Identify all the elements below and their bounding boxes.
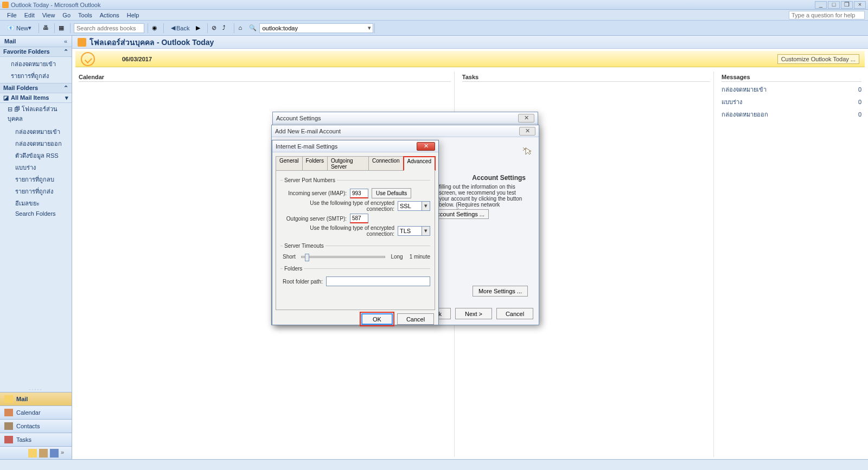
group-server-timeouts: Server Timeouts [283, 243, 326, 249]
customize-today-button[interactable]: Customize Outlook Today ... [777, 54, 859, 64]
window-minimize-button[interactable]: _ [815, 1, 827, 9]
more-settings-button[interactable]: More Settings ... [473, 286, 528, 297]
root-folder-input[interactable] [326, 276, 430, 286]
home-icon[interactable]: ⌂ [238, 24, 246, 33]
tab-advanced[interactable]: Advanced [403, 156, 436, 171]
dialog-close-button[interactable]: ✕ [518, 114, 534, 123]
print-icon[interactable]: 🖶 [42, 24, 51, 33]
menu-tools[interactable]: Tools [74, 11, 96, 20]
imap-encryption-select[interactable]: SSL▾ [398, 201, 430, 211]
mail-icon [4, 395, 13, 403]
window-restore-button[interactable]: ❐ [841, 1, 853, 9]
nav-grip[interactable]: ····· [0, 388, 72, 392]
cancel-button[interactable]: Cancel [397, 313, 434, 325]
menu-actions[interactable]: Actions [96, 11, 123, 20]
folder-item-inbox[interactable]: กล่องจดหมายเข้า [0, 126, 72, 138]
up-icon[interactable]: ⤴ [222, 24, 231, 33]
menu-help[interactable]: Help [123, 11, 143, 20]
configure-icon[interactable]: » [61, 449, 69, 458]
shortcuts-icon[interactable] [50, 449, 59, 458]
fav-folder-item[interactable]: กล่องจดหมายเข้า [0, 58, 72, 70]
next-button[interactable]: Next > [455, 308, 492, 319]
tab-outgoing-server[interactable]: Outgoing Server [327, 156, 369, 171]
dropdown-arrow-icon[interactable]: ▾ [422, 227, 430, 235]
smtp-encryption-label: Use the following type of encrypted conn… [283, 225, 394, 237]
nav-pane: Mail« Favorite Folders⌃ กล่องจดหมายเข้า … [0, 36, 72, 459]
tab-general[interactable]: General [276, 156, 303, 171]
imap-port-input[interactable] [350, 189, 368, 198]
notes-icon[interactable] [28, 449, 37, 458]
new-button[interactable]: 📧 New ▾ [3, 23, 35, 34]
dropdown-arrow-icon[interactable]: ▾ [422, 202, 430, 210]
menu-edit[interactable]: Edit [21, 11, 39, 20]
timeout-slider[interactable] [301, 256, 385, 258]
nav-mail-button[interactable]: Mail [0, 392, 72, 405]
nav-section-mail[interactable]: Mail« [0, 36, 72, 47]
slider-thumb[interactable] [305, 254, 309, 261]
page-title: โฟลเดอร์ส่วนบุคคล - Outlook Today [90, 36, 214, 48]
folder-item-rss[interactable]: ตัวดึงข้อมูล RSS [0, 150, 72, 162]
window-close-button[interactable]: × [854, 1, 866, 9]
folder-item-junk[interactable]: อีเมลขยะ [0, 197, 72, 209]
long-label: Long [391, 254, 403, 260]
stop-icon[interactable]: ⊘ [211, 24, 220, 33]
nav-tasks-button[interactable]: Tasks [0, 433, 72, 446]
menu-file[interactable]: File [3, 11, 21, 20]
menu-view[interactable]: View [39, 11, 59, 20]
dialog-internet-email-settings: Internet E-mail Settings ✕ General Folde… [272, 140, 439, 325]
today-date: 06/03/2017 [122, 56, 152, 62]
tab-folders[interactable]: Folders [302, 156, 328, 171]
dialog-close-button[interactable]: ✕ [519, 127, 535, 136]
imap-label: Incoming server (IMAP): [283, 190, 347, 196]
ok-button[interactable]: OK [361, 313, 393, 325]
categories-icon[interactable]: ▦ [58, 24, 67, 33]
nav-mail-folders-header[interactable]: Mail Folders⌃ [0, 83, 72, 93]
group-server-port-numbers: Server Port Numbers [283, 177, 337, 183]
forward-icon[interactable]: ▶ [195, 24, 204, 33]
calendar-heading: Calendar [79, 74, 451, 82]
nav-calendar-button[interactable]: Calendar [0, 405, 72, 419]
find-icon[interactable]: 🔍 [248, 24, 257, 33]
folder-item-sent[interactable]: รายการที่ถูกส่ง [0, 185, 72, 197]
nav-all-mail-items[interactable]: ◪All Mail Items▾ [0, 93, 72, 103]
use-defaults-button[interactable]: Use Defaults [372, 188, 411, 198]
nav-favorite-folders-header[interactable]: Favorite Folders⌃ [0, 47, 72, 57]
folder-item-deleted[interactable]: รายการที่ถูกลบ [0, 173, 72, 185]
tab-connection[interactable]: Connection [368, 156, 404, 171]
dialog-close-button[interactable]: ✕ [417, 142, 435, 151]
folder-item-search[interactable]: Search Folders [0, 209, 72, 218]
nav-root-folder[interactable]: ⊟ 🗐 โฟลเดอร์ส่วนบุคคล [0, 103, 72, 125]
chevron-up-icon[interactable]: ⌃ [63, 85, 68, 92]
contacts-icon [4, 422, 13, 430]
address-search-input[interactable] [74, 23, 144, 33]
tab-bar: General Folders Outgoing Server Connecti… [276, 156, 435, 170]
help-search-input[interactable] [789, 11, 865, 20]
tasks-heading: Tasks [462, 74, 710, 82]
dialog-title: Account Settings [276, 115, 321, 121]
window-maximize-button[interactable]: □ [828, 1, 840, 9]
nav-contacts-button[interactable]: Contacts [0, 419, 72, 433]
chevron-up-icon[interactable]: ⌃ [63, 48, 68, 55]
back-button[interactable]: ◀ Back [167, 23, 193, 34]
smtp-port-input[interactable] [350, 214, 368, 223]
message-row[interactable]: แบบร่าง0 [722, 96, 861, 107]
chevron-left-icon[interactable]: « [64, 38, 67, 44]
cancel-button[interactable]: Cancel [496, 308, 533, 319]
folder-item-drafts[interactable]: แบบร่าง [0, 162, 72, 173]
messages-heading: Messages [722, 74, 861, 82]
toolbar: 📧 New ▾ 🖶 ▦ ◉ ◀ Back ▶ ⊘ ⤴ ⌂ 🔍 ▾ [0, 21, 868, 36]
smtp-encryption-select[interactable]: TLS▾ [398, 226, 430, 236]
status-bar [0, 459, 868, 470]
dialog-title: Add New E-mail Account [275, 128, 341, 134]
menu-go[interactable]: Go [59, 11, 74, 20]
account-settings-heading: Account Settings [472, 174, 526, 182]
message-row[interactable]: กล่องจดหมายเข้า0 [722, 84, 861, 95]
message-row[interactable]: กล่องจดหมายออก0 [722, 109, 861, 120]
address-bar-input[interactable] [259, 23, 373, 33]
dropdown-icon[interactable]: ▾ [65, 94, 68, 101]
folder-list-icon[interactable] [39, 449, 48, 458]
fav-folder-item[interactable]: รายการที่ถูกส่ง [0, 70, 72, 82]
folder-item-outbox[interactable]: กล่องจดหมายออก [0, 138, 72, 150]
menu-bar: File Edit View Go Tools Actions Help [0, 10, 868, 21]
help-icon[interactable]: ◉ [151, 24, 160, 33]
